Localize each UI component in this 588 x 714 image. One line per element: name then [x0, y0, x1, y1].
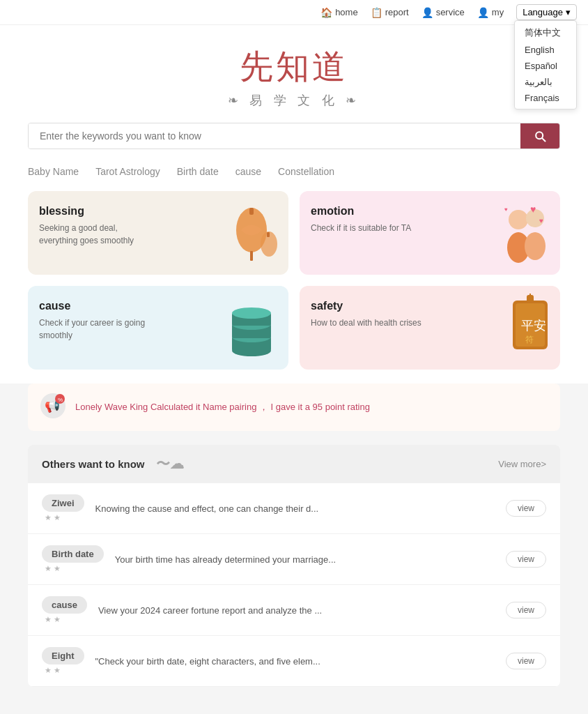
search-icon	[533, 129, 547, 143]
rank-wrap-1: Birth date ★ ★	[42, 545, 104, 573]
card-emotion[interactable]: emotion Check if it is suitable for TA ♥…	[300, 191, 560, 275]
lang-option-ar[interactable]: بالعربية	[515, 74, 576, 90]
view-button-3[interactable]: view	[506, 653, 546, 669]
list-item-3[interactable]: Eight ★ ★ "Check your birth date, eight …	[28, 636, 560, 687]
view-button-1[interactable]: view	[506, 551, 546, 568]
nav-home-label: home	[335, 7, 358, 17]
svg-text:%: %	[58, 397, 63, 403]
svg-point-8	[525, 232, 546, 260]
card-blessing-desc: Seeking a good deal, everything goes smo…	[39, 222, 150, 247]
lang-option-zh[interactable]: 简体中文	[515, 24, 576, 42]
others-title: Others want to know 〜☁	[42, 455, 184, 473]
home-icon: 🏠	[320, 7, 332, 18]
rank-wrap-3: Eight ★ ★	[42, 647, 84, 675]
card-blessing[interactable]: blessing Seeking a good deal, everything…	[28, 191, 288, 275]
search-bar	[28, 123, 560, 149]
svg-point-5	[509, 210, 528, 229]
view-more-button[interactable]: View more>	[498, 459, 546, 469]
nav-service[interactable]: 👤 service	[421, 7, 465, 18]
list-item-text-3: "Check your birth date, eight characters…	[95, 656, 495, 667]
svg-text:♥: ♥	[504, 206, 508, 213]
search-button[interactable]	[520, 123, 559, 149]
search-input[interactable]	[29, 123, 520, 149]
view-button-0[interactable]: view	[506, 500, 546, 517]
blessing-icon	[220, 192, 283, 275]
list-item-text-0: Knowing the cause and effect, one can ch…	[95, 503, 495, 514]
banner-icon-wrap: 📢 %	[39, 392, 67, 423]
svg-rect-4	[267, 232, 270, 237]
chevron-down-icon: ▾	[566, 7, 571, 17]
search-area	[0, 109, 588, 160]
top-nav: 🏠 home 📋 report 👤 service 👤 my Language …	[0, 0, 588, 25]
rank-badge-1: Birth date	[42, 545, 104, 563]
cards-grid: blessing Seeking a good deal, everything…	[0, 191, 588, 383]
search-tags: Baby Name Tarot Astrology Birth date cau…	[0, 160, 588, 191]
card-safety-desc: How to deal with health crises	[311, 317, 422, 329]
svg-text:♥: ♥	[539, 217, 543, 225]
rank-badge-3: Eight	[42, 647, 84, 664]
hero-title: 先知道	[28, 45, 560, 89]
svg-text:符: 符	[525, 335, 534, 344]
rank-badge-2: cause	[42, 596, 87, 614]
language-label: Language	[523, 7, 563, 17]
rank-badge-0: Ziwei	[42, 494, 84, 512]
others-section: Others want to know 〜☁ View more> Ziwei …	[28, 445, 560, 687]
nav-service-label: service	[436, 7, 465, 17]
card-emotion-desc: Check if it is suitable for TA	[311, 222, 422, 234]
my-icon: 👤	[477, 7, 489, 18]
others-header: Others want to know 〜☁ View more>	[28, 445, 560, 483]
tag-birth-date[interactable]: Birth date	[177, 166, 219, 177]
service-icon: 👤	[421, 7, 433, 18]
card-safety[interactable]: safety How to deal with health crises 平安…	[300, 286, 560, 370]
svg-rect-23	[527, 295, 534, 303]
tag-baby-name[interactable]: Baby Name	[28, 166, 79, 177]
lang-option-es[interactable]: Español	[515, 58, 576, 74]
svg-text:♥: ♥	[530, 204, 536, 215]
language-menu: 简体中文 English Español بالعربية Français	[514, 20, 577, 109]
cause-icon	[220, 301, 283, 370]
svg-point-18	[232, 307, 271, 319]
rank-stars-1: ★ ★	[42, 564, 61, 573]
svg-rect-1	[249, 208, 254, 215]
list-item-text-2: View your 2024 career fortune report and…	[98, 605, 495, 616]
rank-stars-3: ★ ★	[42, 666, 61, 675]
nav-report-label: report	[385, 7, 409, 17]
rank-wrap-0: Ziwei ★ ★	[42, 494, 84, 522]
lang-option-en[interactable]: English	[515, 42, 576, 58]
card-cause[interactable]: cause Check if your career is going smoo…	[28, 286, 288, 370]
banner: 📢 % Lonely Wave King Calculated it Name …	[28, 383, 560, 431]
view-button-2[interactable]: view	[506, 602, 546, 618]
card-cause-desc: Check if your career is going smoothly	[39, 317, 150, 342]
hero-section: 先知道 ❧ 易 学 文 化 ❧	[0, 25, 588, 109]
hero-subtitle: ❧ 易 学 文 化 ❧	[28, 92, 560, 109]
list-item-1[interactable]: Birth date ★ ★ Your birth time has alrea…	[28, 534, 560, 585]
wave-icon: 〜☁	[156, 455, 184, 473]
report-icon: 📋	[371, 7, 382, 18]
rank-stars-0: ★ ★	[42, 513, 61, 522]
rank-wrap-2: cause ★ ★	[42, 596, 87, 624]
language-button[interactable]: Language ▾	[516, 4, 577, 20]
language-dropdown[interactable]: Language ▾ 简体中文 English Español بالعربية…	[516, 4, 577, 20]
list-item-2[interactable]: cause ★ ★ View your 2024 career fortune …	[28, 585, 560, 636]
emotion-icon: ♥ ♥ ♥	[492, 199, 555, 275]
list-item-0[interactable]: Ziwei ★ ★ Knowing the cause and effect, …	[28, 483, 560, 534]
nav-my-label: my	[492, 7, 504, 17]
banner-text: Lonely Wave King Calculated it Name pair…	[75, 401, 370, 413]
tag-constellation[interactable]: Constellation	[278, 166, 334, 177]
lang-option-fr[interactable]: Français	[515, 90, 576, 106]
safety-icon: 平安 符	[506, 294, 555, 370]
svg-text:平安: 平安	[521, 319, 546, 333]
nav-report[interactable]: 📋 report	[371, 7, 409, 18]
tag-tarot[interactable]: Tarot Astrology	[95, 166, 160, 177]
tag-cause[interactable]: cause	[235, 166, 261, 177]
svg-rect-2	[250, 251, 253, 261]
nav-my[interactable]: 👤 my	[477, 7, 504, 18]
rank-stars-2: ★ ★	[42, 615, 61, 624]
nav-home[interactable]: 🏠 home	[320, 7, 358, 18]
list-item-text-1: Your birth time has already determined y…	[115, 554, 495, 565]
megaphone-icon: 📢 %	[39, 392, 67, 420]
